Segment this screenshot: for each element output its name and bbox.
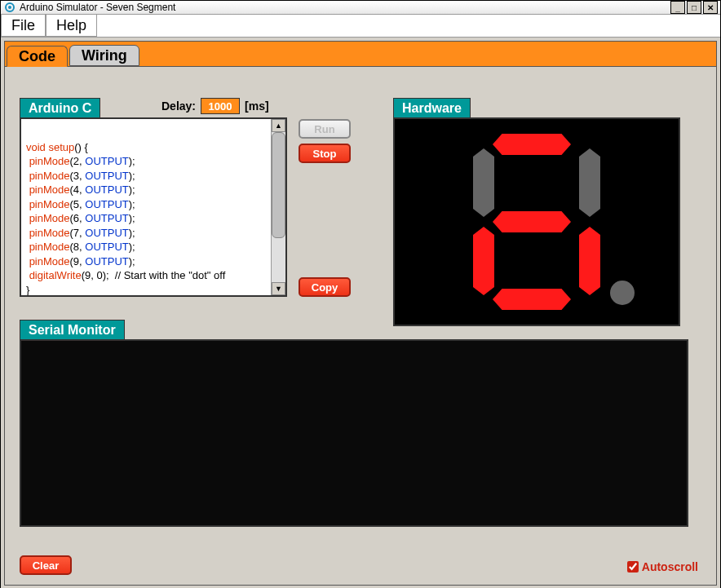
code-content[interactable]: void setup() { pinMode(2, OUTPUT); pinMo…	[21, 119, 271, 295]
svg-point-1	[8, 6, 11, 9]
app-window: Arduino Simulator - Seven Segment _ □ ✕ …	[0, 0, 721, 588]
clear-button[interactable]: Clear	[20, 555, 72, 575]
scroll-up-icon[interactable]: ▲	[272, 119, 285, 132]
segment-g	[493, 211, 571, 232]
titlebar: Arduino Simulator - Seven Segment _ □ ✕	[1, 1, 720, 15]
app-body: Code Wiring Arduino C Delay: [ms] void s…	[1, 38, 720, 588]
segment-f	[473, 148, 494, 217]
scroll-down-icon[interactable]: ▼	[272, 282, 285, 295]
segment-e	[473, 227, 494, 295]
main-panel: Arduino C Delay: [ms] void setup() { pin…	[4, 67, 717, 586]
menu-bar: File Help	[1, 15, 720, 38]
delay-input[interactable]	[201, 98, 240, 114]
menu-file[interactable]: File	[1, 15, 46, 37]
scroll-thumb[interactable]	[272, 132, 285, 238]
seven-segment-display	[463, 132, 610, 312]
serial-monitor-header: Serial Monitor	[20, 320, 125, 341]
autoscroll-checkbox[interactable]	[627, 561, 639, 573]
close-button[interactable]: ✕	[703, 1, 718, 14]
arduino-c-header: Arduino C	[20, 98, 100, 119]
autoscroll-label: Autoscroll	[642, 560, 698, 573]
menu-help[interactable]: Help	[46, 15, 97, 37]
autoscroll-toggle[interactable]: Autoscroll	[627, 560, 698, 573]
delay-unit: [ms]	[245, 99, 269, 113]
window-title: Arduino Simulator - Seven Segment	[20, 2, 670, 13]
maximize-button[interactable]: □	[687, 1, 701, 14]
tab-code[interactable]: Code	[7, 46, 68, 67]
code-scrollbar[interactable]: ▲ ▼	[271, 119, 285, 295]
serial-monitor[interactable]	[20, 339, 688, 527]
segment-d	[493, 289, 571, 310]
segment-b	[579, 148, 600, 217]
tab-strip: Code Wiring	[4, 41, 717, 67]
hardware-display	[393, 117, 680, 326]
hardware-header: Hardware	[393, 98, 471, 119]
segment-c	[579, 227, 600, 295]
delay-row: Delay: [ms]	[161, 98, 269, 114]
segment-a	[493, 134, 571, 155]
code-editor[interactable]: void setup() { pinMode(2, OUTPUT); pinMo…	[20, 117, 287, 297]
segment-dp	[610, 281, 635, 305]
copy-button[interactable]: Copy	[299, 277, 351, 297]
tab-wiring[interactable]: Wiring	[69, 45, 139, 66]
delay-label: Delay:	[161, 99, 196, 113]
minimize-button[interactable]: _	[670, 1, 685, 14]
app-icon	[3, 1, 16, 14]
stop-button[interactable]: Stop	[299, 144, 351, 163]
run-button[interactable]: Run	[299, 119, 351, 139]
